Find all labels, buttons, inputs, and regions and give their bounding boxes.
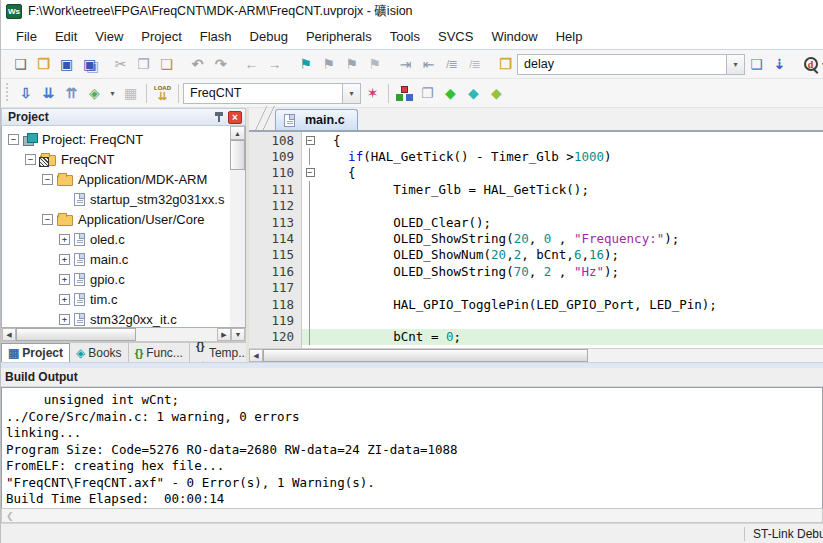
panel-tab-books[interactable]: Books (70, 343, 129, 362)
tree-item-startup-stm32g031xx-s[interactable]: startup_stm32g031xx.s (2, 189, 245, 209)
diamond-green-icon[interactable] (439, 82, 462, 105)
scroll-left-icon[interactable]: ◀ (2, 328, 16, 341)
dropdown-arrow-icon[interactable]: ▾ (106, 83, 119, 104)
tree-expander[interactable]: + (59, 314, 70, 325)
find-d-magnifier-icon[interactable] (799, 53, 822, 76)
scroll-right-icon[interactable]: ▶ (217, 328, 231, 341)
code-line-body[interactable]: − { (302, 165, 823, 181)
menu-svcs[interactable]: SVCS (429, 25, 482, 48)
copy-icon[interactable] (132, 53, 155, 76)
bookmark-clear-icon[interactable] (363, 53, 386, 76)
menu-peripherals[interactable]: Peripherals (297, 25, 381, 48)
code-line-body[interactable]: OLED_ShowNum(20,2, bCnt,6,16); (302, 247, 823, 263)
tree-item-application-user-core[interactable]: −Application/User/Core (2, 209, 245, 229)
close-panel-button[interactable]: × (228, 111, 242, 124)
redo-icon[interactable] (209, 53, 232, 76)
toolbar-grip[interactable] (6, 83, 11, 103)
save-icon[interactable] (55, 53, 78, 76)
diamond-funnel-icon[interactable] (462, 82, 485, 105)
scroll-thumb[interactable] (16, 328, 136, 341)
menu-edit[interactable]: Edit (46, 25, 86, 48)
code-line-body[interactable]: Timer_Glb = HAL_GetTick(); (302, 181, 823, 197)
build-output-scrollbar[interactable]: ❮ (1, 508, 823, 523)
tree-expander[interactable]: + (59, 254, 70, 265)
outdent-icon[interactable] (417, 53, 440, 76)
fold-margin[interactable]: − (302, 165, 318, 181)
fold-collapse-icon[interactable]: − (306, 136, 315, 145)
tree-item-freqcnt[interactable]: −FreqCNT (2, 149, 245, 169)
menu-help[interactable]: Help (547, 25, 592, 48)
code-line-body[interactable] (302, 280, 823, 296)
bookmark-next-icon[interactable] (340, 53, 363, 76)
menu-view[interactable]: View (86, 25, 132, 48)
panel-tab-func[interactable]: Func... (129, 343, 190, 362)
menu-flash[interactable]: Flash (191, 25, 241, 48)
target-select[interactable]: FreqCNT (183, 83, 343, 104)
fold-collapse-icon[interactable]: − (306, 168, 315, 177)
back-icon[interactable] (240, 53, 263, 76)
code-line-body[interactable]: OLED_ShowString(70, 2 , "Hz"); (302, 263, 823, 279)
code-line-body[interactable]: HAL_GPIO_TogglePin(LED_GPIO_Port, LED_Pi… (302, 296, 823, 312)
uncomment-icon[interactable] (463, 53, 486, 76)
code-line-body[interactable] (302, 198, 823, 214)
current-line[interactable]: bCnt = 0; (302, 329, 823, 345)
code-line-body[interactable]: OLED_Clear(); (302, 214, 823, 230)
tree-item-stm32g0xx-it-c[interactable]: +stm32g0xx_it.c (2, 309, 245, 328)
menu-file[interactable]: File (7, 25, 46, 48)
fold-margin[interactable]: − (302, 132, 318, 148)
code-line-body[interactable]: − { (302, 132, 823, 148)
tree-item-project-freqcnt[interactable]: −Project: FreqCNT (2, 129, 245, 149)
tree-expander[interactable]: − (42, 214, 53, 225)
code-line-body[interactable]: if(HAL_GetTick() - Timer_Glb >1000) (302, 148, 823, 164)
pin-icon[interactable] (214, 111, 224, 123)
build-output-content[interactable]: unsigned int wCnt;../Core/Src/main.c: 1 … (1, 387, 823, 508)
stop-build-icon[interactable] (119, 82, 142, 105)
chevron-down-icon[interactable]: ▾ (343, 83, 361, 104)
scroll-down-icon[interactable]: ▼ (231, 328, 245, 341)
build-icon[interactable] (14, 82, 37, 105)
new-file-icon[interactable] (9, 53, 32, 76)
bookmark-icon[interactable] (294, 53, 317, 76)
indent-icon[interactable] (394, 53, 417, 76)
options-wand-icon[interactable] (361, 82, 384, 105)
incremental-find-icon[interactable] (768, 53, 791, 76)
tree-expander[interactable]: + (59, 274, 70, 285)
tree-item-application-mdk-arm[interactable]: −Application/MDK-ARM (2, 169, 245, 189)
batch-build-icon[interactable] (60, 82, 83, 105)
scroll-up-icon[interactable]: ▲ (230, 126, 245, 140)
tree-item-tim-c[interactable]: +tim.c (2, 289, 245, 309)
menu-tools[interactable]: Tools (381, 25, 429, 48)
scroll-thumb[interactable] (263, 349, 588, 362)
tree-vertical-scrollbar[interactable]: ▲ (230, 126, 245, 327)
comment-icon[interactable] (440, 53, 463, 76)
save-all-icon[interactable] (78, 53, 101, 76)
scroll-thumb[interactable] (230, 140, 245, 170)
code-line-body[interactable]: OLED_ShowString(20, 0 , "Frequency:"); (302, 230, 823, 246)
manage-items-icon[interactable] (416, 82, 439, 105)
find-input[interactable]: delay (517, 54, 727, 75)
tree-expander[interactable]: − (25, 154, 36, 165)
menu-project[interactable]: Project (132, 25, 190, 48)
code-line-body[interactable] (302, 312, 823, 328)
tree-item-gpio-c[interactable]: +gpio.c (2, 269, 245, 289)
load-icon[interactable] (151, 82, 174, 105)
translate-icon[interactable] (83, 82, 106, 105)
tree-item-main-c[interactable]: +main.c (2, 249, 245, 269)
forward-icon[interactable] (263, 53, 286, 76)
tree-horizontal-scrollbar[interactable]: ◀ ▶ ▼ (1, 328, 246, 342)
bookmark-prev-icon[interactable] (317, 53, 340, 76)
code-area[interactable]: 108− {109 if(HAL_GetTick() - Timer_Glb >… (249, 132, 823, 348)
scroll-left-icon[interactable]: ◀ (249, 349, 263, 362)
find-doc-icon[interactable] (745, 53, 768, 76)
find-in-files-icon[interactable] (494, 53, 517, 76)
tree-expander[interactable]: + (59, 294, 70, 305)
tree-item-oled-c[interactable]: +oled.c (2, 229, 245, 249)
tree-expander[interactable]: + (59, 234, 70, 245)
rebuild-icon[interactable] (37, 82, 60, 105)
manage-rte-icon[interactable] (393, 82, 416, 105)
tree-expander[interactable]: − (42, 174, 53, 185)
paste-icon[interactable] (155, 53, 178, 76)
chevron-down-icon[interactable]: ▾ (727, 54, 745, 75)
panel-tab-project[interactable]: Project (1, 343, 70, 362)
undo-icon[interactable] (186, 53, 209, 76)
